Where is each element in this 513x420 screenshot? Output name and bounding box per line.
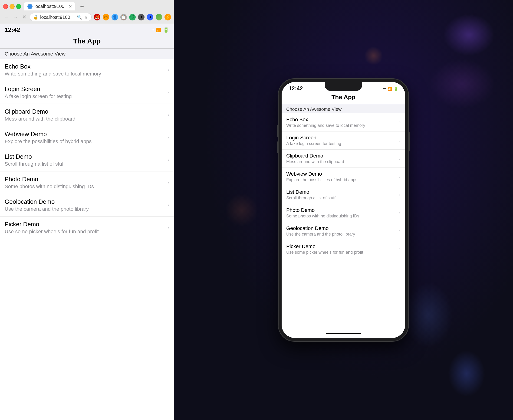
iphone-status-icons: ··· 📶 🔋 [383,86,398,91]
volume-down-button[interactable] [277,142,278,153]
reload-button[interactable]: ✕ [21,14,27,21]
firefox-icon: 🦊 [94,14,100,20]
iphone-page-title: The App [331,94,355,101]
profile-avatar[interactable] [156,14,162,20]
iphone-list-item-title: Geolocation Demo [286,225,399,231]
iphone-list-item-text: Login Screen A fake login screen for tes… [286,135,399,146]
iphone-list-item[interactable]: Login Screen A fake login screen for tes… [282,131,405,150]
iphone-list-item-title: Photo Demo [286,207,399,213]
iphone-chevron-right-icon: › [399,120,400,125]
right-panel: 12:42 ··· 📶 🔋 The App Choose An Awesome … [174,0,513,420]
extension-icon-3[interactable]: 📋 [120,14,127,20]
iphone-notch [325,82,362,91]
minimize-button[interactable] [9,4,15,9]
iphone-list-item-text: Echo Box Write something and save to loc… [286,117,399,128]
ios-list-item[interactable]: Photo Demo Some photos with no distingui… [0,172,174,194]
iphone-section-header-text: Choose An Awesome View [286,107,341,112]
iphone-list-item[interactable]: Photo Demo Some photos with no distingui… [282,204,405,222]
close-button[interactable] [3,4,8,9]
section-header-text: Choose An Awesome View [5,51,66,57]
ios-list-item-text: List Demo Scroll through a list of stuff [5,153,165,167]
chevron-right-icon: › [167,157,169,163]
maximize-button[interactable] [16,4,21,9]
iphone-list-item-subtitle: Use some picker wheels for fun and profi… [286,250,399,255]
iphone-battery-icon: 🔋 [393,86,398,91]
extension-icon-6[interactable]: ✦ [147,14,153,20]
iphone-list-item-subtitle: Mess around with the clipboard [286,159,399,164]
ios-list-item[interactable]: Clipboard Demo Mess around with the clip… [0,104,174,126]
iphone-mockup: 12:42 ··· 📶 🔋 The App Choose An Awesome … [278,79,408,341]
power-button[interactable] [408,132,410,151]
ios-list-item[interactable]: Picker Demo Use some picker wheels for f… [0,217,174,239]
ios-list-item[interactable]: Geolocation Demo Use the camera and the … [0,194,174,217]
iphone-chevron-right-icon: › [399,174,400,179]
browser-tab[interactable]: 🌀 localhost:9100 ✕ [24,2,75,10]
ios-list-item[interactable]: Login Screen A fake login screen for tes… [0,81,174,104]
extension-icon-1[interactable]: ⚙ [103,14,109,20]
chevron-right-icon: › [167,180,169,186]
iphone-wifi-icon: 📶 [388,86,392,91]
battery-icon: 🔋 [163,27,169,33]
iphone-list-item[interactable]: Picker Demo Use some picker wheels for f… [282,240,405,258]
ios-browser-content: 12:42 ··· 📶 🔋 The App Choose An Awesome … [0,24,174,420]
signal-dots-icon: ··· [151,27,154,32]
bookmark-icon[interactable]: ☆ [84,15,88,20]
chevron-right-icon: › [167,135,169,141]
iphone-list-item-title: List Demo [286,189,399,195]
ios-list-item[interactable]: Echo Box Write something and save to loc… [0,59,174,81]
iphone-list-item-subtitle: Scroll through a list of stuff [286,195,399,201]
ios-list-item-subtitle: Explore the possibilities of hybrid apps [5,138,165,144]
iphone-list-item[interactable]: Webview Demo Explore the possibilities o… [282,168,405,186]
ios-list-item[interactable]: Webview Demo Explore the possibilities o… [0,126,174,149]
iphone-signal-icon: ··· [383,86,386,90]
iphone-list-item-title: Login Screen [286,135,399,141]
ios-list-item-text: Clipboard Demo Mess around with the clip… [5,108,165,122]
ios-list-item-title: Clipboard Demo [5,108,165,115]
iphone-chevron-right-icon: › [399,210,400,215]
chevron-right-icon: › [167,67,169,73]
traffic-lights [3,4,21,9]
iphone-list-item[interactable]: Clipboard Demo Mess around with the clip… [282,150,405,168]
iphone-list-item[interactable]: List Demo Scroll through a list of stuff… [282,186,405,204]
extension-icon-7[interactable]: ⚡ [165,14,171,20]
iphone-list-item-subtitle: A fake login screen for testing [286,141,399,146]
ios-page-title: The App [73,37,101,45]
iphone-list-item-text: Geolocation Demo Use the camera and the … [286,225,399,237]
iphone-home-indicator [282,330,405,338]
ios-list-item[interactable]: List Demo Scroll through a list of stuff… [0,149,174,172]
back-button[interactable]: ← [3,14,10,21]
volume-up-button[interactable] [277,125,278,137]
iphone-list-item[interactable]: Geolocation Demo Use the camera and the … [282,222,405,240]
nebula-decoration-2 [448,350,485,397]
tab-title: localhost:9100 [34,4,67,9]
iphone-chevron-right-icon: › [399,229,400,233]
ios-list-item-title: Photo Demo [5,176,165,183]
iphone-list-item-text: Webview Demo Explore the possibilities o… [286,171,399,182]
ios-list-item-subtitle: Scroll through a list of stuff [5,161,165,167]
ios-list-item-text: Login Screen A fake login screen for tes… [5,85,165,99]
extension-icon-5[interactable]: ✦ [138,14,144,20]
address-bar[interactable]: 🔒 localhost:9100 🔍 ☆ [30,13,91,21]
tab-close-icon[interactable]: ✕ [68,4,72,9]
ios-list-item-subtitle: A fake login screen for testing [5,93,165,99]
ios-list-item-title: List Demo [5,153,165,160]
ios-list-item-title: Geolocation Demo [5,198,165,205]
ios-list-item-subtitle: Use some picker wheels for fun and profi… [5,229,165,235]
forward-button[interactable]: → [12,14,19,21]
new-tab-icon[interactable]: ＋ [79,2,85,10]
iphone-list-item-text: Photo Demo Some photos with no distingui… [286,207,399,219]
iphone-navigation-bar: The App [282,92,405,104]
iphone-chevron-right-icon: › [399,156,400,161]
status-time: 12:42 [5,26,20,33]
iphone-list-item[interactable]: Echo Box Write something and save to loc… [282,113,405,131]
iphone-list-item-subtitle: Some photos with no distinguishing IDs [286,214,399,219]
chevron-right-icon: › [167,90,169,96]
url-text: localhost:9100 [40,15,75,20]
extension-icon-4[interactable]: 🛡 [129,14,136,20]
tab-favicon-icon: 🌀 [27,4,32,9]
iphone-list-item-text: List Demo Scroll through a list of stuff [286,189,399,201]
extension-icon-2[interactable]: 👤 [112,14,118,20]
ios-list-item-text: Picker Demo Use some picker wheels for f… [5,221,165,235]
home-bar [326,333,361,334]
toolbar-icons: 🦊 ⚙ 👤 📋 🛡 ✦ ✦ ⚡ [94,14,171,20]
